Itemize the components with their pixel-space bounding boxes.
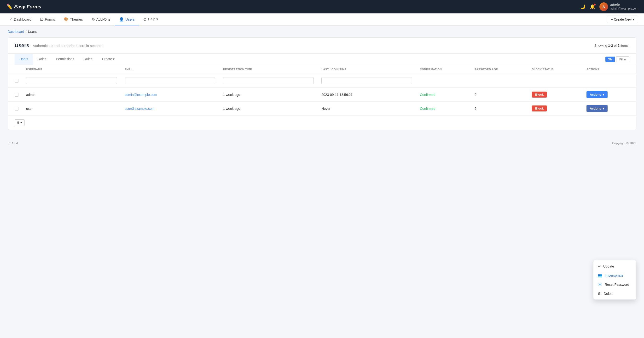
- th-username: USERNAME: [22, 65, 121, 74]
- nav-item-help[interactable]: ⊙ Help ▾: [139, 14, 162, 26]
- page-card: Users Authenticate and authorize users i…: [8, 38, 636, 130]
- th-block-status: BLOCK STATUS: [528, 65, 583, 74]
- row-user-confirmation: Confirmed: [416, 102, 471, 116]
- confirmed-badge: Confirmed: [420, 107, 436, 110]
- page-subtitle: Authenticate and authorize users in seco…: [32, 44, 103, 48]
- create-new-button[interactable]: + Create New ▾: [607, 16, 638, 23]
- th-registration-time: REGISTRATION TIME: [219, 65, 318, 74]
- row-user-blockstatus: Block: [528, 102, 583, 116]
- row-user-checkbox-cell: [8, 102, 22, 116]
- nav-item-dashboard[interactable]: ⌂ Dashboard: [6, 14, 36, 26]
- filter-lastlogin-input[interactable]: [322, 77, 412, 84]
- breadcrumb-separator: /: [26, 30, 26, 34]
- th-checkbox: [8, 65, 22, 74]
- chevron-down-icon: ▾: [602, 93, 604, 96]
- block-button-user[interactable]: Block: [532, 106, 547, 112]
- filter-registration-input[interactable]: [223, 77, 314, 84]
- nav-bar: ⌂ Dashboard ☑ Forms 🎨 Themes ⚙ Add-Ons 👤…: [0, 14, 644, 26]
- nav-item-themes[interactable]: 🎨 Themes: [60, 14, 87, 26]
- select-all-checkbox[interactable]: [14, 79, 18, 83]
- nav-item-forms[interactable]: ☑ Forms: [36, 14, 60, 26]
- filter-confirmation-cell: [416, 74, 471, 88]
- page-title-group: Users Authenticate and authorize users i…: [14, 42, 103, 49]
- themes-icon: 🎨: [64, 17, 68, 22]
- notifications-button[interactable]: 🔔: [590, 4, 595, 9]
- row-admin-passwordage: 9: [471, 88, 528, 102]
- table-header-row: USERNAME EMAIL REGISTRATION TIME LAST LO…: [8, 65, 636, 74]
- tabs-bar: Users Roles Permissions Rules Create ▾ O…: [8, 54, 636, 65]
- nav-label-users: Users: [125, 17, 135, 21]
- table-head: USERNAME EMAIL REGISTRATION TIME LAST LO…: [8, 65, 636, 88]
- dark-mode-button[interactable]: 🌙: [580, 4, 586, 9]
- page-title: Users: [14, 42, 29, 49]
- actions-button-user[interactable]: Actions ▾: [586, 105, 608, 112]
- filter-username-cell: [22, 74, 121, 88]
- tab-rules[interactable]: Rules: [79, 54, 97, 65]
- breadcrumb-dashboard[interactable]: Dashboard: [8, 30, 24, 34]
- admin-email: admin@example.com: [610, 7, 638, 11]
- filter-button[interactable]: Filter: [616, 56, 630, 62]
- per-page-chevron-icon: ▾: [20, 121, 22, 124]
- actions-button-admin[interactable]: Actions ▾: [586, 91, 608, 98]
- tab-roles[interactable]: Roles: [33, 54, 51, 65]
- filter-actions-cell: [583, 74, 636, 88]
- filter-toggle: ON Filter: [606, 56, 630, 62]
- users-icon: 👤: [119, 17, 124, 22]
- filter-email-input[interactable]: [125, 77, 216, 84]
- table-row: user user@example.com 1 week ago Never C…: [8, 102, 636, 116]
- row-user-passwordage: 9: [471, 102, 528, 116]
- breadcrumb: Dashboard / Users: [8, 30, 636, 34]
- block-button-admin[interactable]: Block: [532, 92, 547, 98]
- filter-username-input[interactable]: [26, 77, 117, 84]
- tab-users[interactable]: Users: [14, 54, 33, 65]
- addons-icon: ⚙: [92, 17, 95, 22]
- nav-label-help: Help ▾: [148, 17, 158, 21]
- version-text: v1.18.4: [8, 142, 18, 145]
- row-user-lastlogin: Never: [318, 102, 416, 116]
- row-user-actions: Actions ▾: [583, 102, 636, 116]
- admin-name: admin: [610, 3, 638, 7]
- nav-item-addons[interactable]: ⚙ Add-Ons: [87, 14, 115, 26]
- users-table: USERNAME EMAIL REGISTRATION TIME LAST LO…: [8, 65, 636, 115]
- th-actions: ACTIONS: [583, 65, 636, 74]
- top-header: ✏️ Easy Forms 🌙 🔔 A admin admin@example.…: [0, 0, 644, 14]
- row-admin-email-link[interactable]: admin@example.com: [125, 93, 157, 96]
- create-new-label: + Create New ▾: [611, 18, 634, 21]
- toggle-on[interactable]: ON: [606, 56, 615, 62]
- per-page-select[interactable]: 5 ▾: [14, 120, 25, 126]
- copyright-text: Copyright © 2023: [612, 142, 636, 145]
- filter-area: ON Filter: [606, 56, 630, 62]
- avatar: A: [600, 2, 608, 11]
- filter-registration-cell: [219, 74, 318, 88]
- nav-label-dashboard: Dashboard: [14, 17, 32, 21]
- row-admin-actions: Actions ▾: [583, 88, 636, 102]
- forms-icon: ☑: [40, 17, 44, 22]
- notification-dot: [594, 4, 596, 6]
- filter-passwordage-cell: [471, 74, 528, 88]
- row-admin-checkbox[interactable]: [14, 93, 18, 96]
- row-user-email-link[interactable]: user@example.com: [125, 107, 154, 110]
- filter-row: [8, 74, 636, 88]
- app-logo[interactable]: ✏️ Easy Forms: [6, 4, 41, 10]
- tab-create[interactable]: Create ▾: [97, 54, 119, 65]
- showing-info: Showing 1-2 of 2 items.: [594, 44, 630, 48]
- row-admin-registration: 1 week ago: [219, 88, 318, 102]
- nav-label-addons: Add-Ons: [96, 17, 110, 21]
- row-admin-blockstatus: Block: [528, 88, 583, 102]
- filter-lastlogin-cell: [318, 74, 416, 88]
- nav-label-forms: Forms: [45, 17, 55, 21]
- tab-permissions[interactable]: Permissions: [51, 54, 79, 65]
- th-password-age: PASSWORD AGE: [471, 65, 528, 74]
- row-user-checkbox[interactable]: [14, 107, 18, 110]
- row-admin-email: admin@example.com: [121, 88, 219, 102]
- table-container: USERNAME EMAIL REGISTRATION TIME LAST LO…: [8, 65, 636, 115]
- nav-item-users[interactable]: 👤 Users: [115, 14, 139, 26]
- admin-text: admin admin@example.com: [610, 3, 638, 11]
- page-footer: v1.18.4 Copyright © 2023: [0, 138, 644, 149]
- filter-blockstatus-cell: [528, 74, 583, 88]
- row-admin-confirmation: Confirmed: [416, 88, 471, 102]
- th-last-login-time: LAST LOGIN TIME: [318, 65, 416, 74]
- th-email: EMAIL: [121, 65, 219, 74]
- table-body: admin admin@example.com 1 week ago 2023-…: [8, 88, 636, 116]
- table-footer: 5 ▾: [8, 115, 636, 130]
